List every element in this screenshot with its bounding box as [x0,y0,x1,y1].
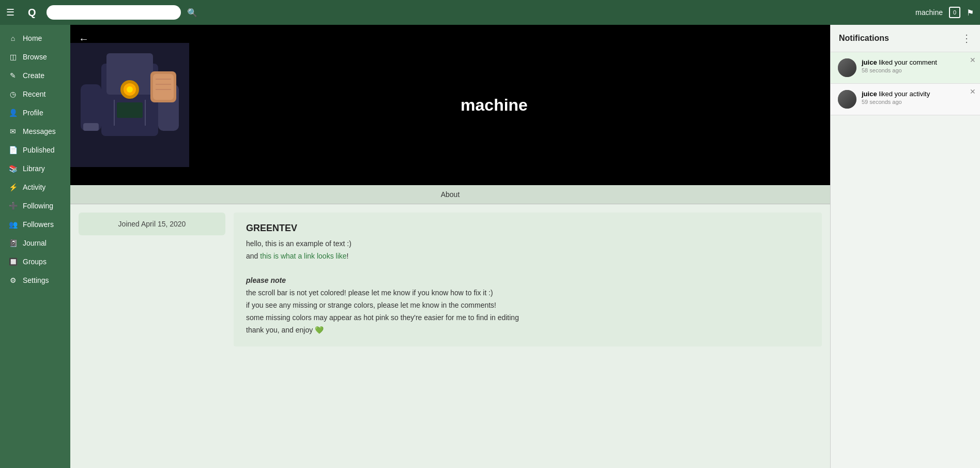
profile-right-panel: GREENTEV hello, this is an example of te… [234,213,822,346]
topbar: ☰ Q 🔍 machine 0 ⚑ [0,0,980,25]
sidebar-label-published: Published [23,146,55,154]
search-icon[interactable]: 🔍 [187,8,197,18]
back-button[interactable]: ← [79,33,89,45]
sidebar-item-browse[interactable]: ◫ Browse [0,48,70,66]
sidebar-label-library: Library [23,164,45,173]
bio-note3: some missing colors may appear as hot pi… [246,313,519,322]
notif-avatar-image-2 [838,90,856,109]
notif-action-text-2: liked your activity [879,90,930,98]
notif-close-2[interactable]: ✕ [970,88,976,95]
notif-avatar-image-1 [838,58,856,77]
notification-item-1: juice liked your comment 58 seconds ago … [831,52,980,84]
bio-note4: thank you, and enjoy 💚 [246,326,324,334]
sidebar-label-browse: Browse [23,53,47,61]
notif-text-2: juice liked your activity [862,90,973,98]
notifications-panel: Notifications ⋮ juice liked your comment… [830,25,980,468]
profile-icon: 👤 [8,109,18,117]
sidebar-item-published[interactable]: 📄 Published [0,141,70,159]
sidebar-item-groups[interactable]: 🔲 Groups [0,252,70,271]
sidebar-item-journal[interactable]: 📓 Journal [0,234,70,252]
library-icon: 📚 [8,164,18,173]
svg-rect-8 [83,123,99,131]
notifications-header: Notifications ⋮ [831,25,980,52]
bio-note2: if you see any missing or strange colors… [246,301,496,309]
profile-header: ← [70,25,830,185]
published-icon: 📄 [8,146,18,154]
notifications-badge[interactable]: 0 [949,7,960,18]
sidebar-item-create[interactable]: ✎ Create [0,66,70,85]
notif-content-1: juice liked your comment 58 seconds ago [862,58,973,73]
sidebar-item-home[interactable]: ⌂ Home [0,29,70,48]
profile-name: machine [189,96,830,115]
browse-icon: ◫ [8,53,18,61]
notifications-menu-button[interactable]: ⋮ [961,32,972,44]
svg-rect-11 [117,102,143,118]
messages-icon: ✉ [8,127,18,135]
sidebar-item-settings[interactable]: ⚙ Settings [0,271,70,290]
sidebar-label-messages: Messages [23,127,56,135]
topbar-right: machine 0 ⚑ [915,7,974,18]
following-icon: ➕ [8,202,18,210]
notif-avatar-1 [838,58,856,77]
about-tab[interactable]: About [70,185,830,204]
sidebar-label-recent: Recent [23,90,45,98]
sidebar-label-home: Home [23,34,42,42]
bio-note-label: please note [246,276,286,284]
sidebar-item-library[interactable]: 📚 Library [0,159,70,178]
notif-time-1: 58 seconds ago [862,67,973,73]
sidebar-label-profile: Profile [23,109,43,117]
notif-content-2: juice liked your activity 59 seconds ago [862,90,973,105]
profile-bio-box: GREENTEV hello, this is an example of te… [234,213,822,346]
joined-box: Joined April 15, 2020 [79,213,225,235]
notif-user-1: juice [862,58,877,66]
sidebar-label-journal: Journal [23,239,47,247]
profile-body: Joined April 15, 2020 GREENTEV hello, th… [70,204,830,355]
sidebar-item-activity[interactable]: ⚡ Activity [0,178,70,197]
bio-note1: the scroll bar is not yet colored! pleas… [246,289,493,297]
sidebar-item-following[interactable]: ➕ Following [0,197,70,215]
home-icon: ⌂ [8,34,18,42]
profile-left-panel: Joined April 15, 2020 [79,213,234,346]
notifications-title: Notifications [839,34,889,43]
flag-icon[interactable]: ⚑ [967,8,974,18]
search-input[interactable] [47,5,181,20]
groups-icon: 🔲 [8,258,18,266]
profile-avatar [70,43,189,167]
notification-item-2: juice liked your activity 59 seconds ago… [831,84,980,115]
bio-link[interactable]: this is what a link looks like [260,252,346,260]
bio-line1: hello, this is an example of text :) [246,239,351,248]
sidebar-label-groups: Groups [23,258,47,266]
main-content: ← [70,25,830,468]
create-icon: ✎ [8,71,18,80]
sidebar-label-settings: Settings [23,276,49,284]
activity-icon: ⚡ [8,183,18,191]
notif-action-text-1: liked your comment [879,58,937,66]
journal-icon: 📓 [8,239,18,247]
sidebar-item-profile[interactable]: 👤 Profile [0,103,70,122]
sidebar-item-messages[interactable]: ✉ Messages [0,122,70,141]
bio-line2-suffix: ! [347,252,349,260]
notif-close-1[interactable]: ✕ [970,56,976,64]
sidebar: ⌂ Home ◫ Browse ✎ Create ◷ Recent 👤 Prof… [0,25,70,468]
sidebar-label-following: Following [23,202,53,210]
settings-icon: ⚙ [8,276,18,284]
profile-bio: hello, this is an example of text :) and… [246,238,809,336]
sidebar-item-recent[interactable]: ◷ Recent [0,85,70,103]
hamburger-menu[interactable]: ☰ [6,7,22,18]
notif-user-2: juice [862,90,877,98]
sidebar-label-followers: Followers [23,220,54,229]
notif-text-1: juice liked your comment [862,58,973,66]
sidebar-item-followers[interactable]: 👥 Followers [0,215,70,234]
recent-icon: ◷ [8,90,18,98]
sidebar-label-create: Create [23,71,44,80]
svg-point-5 [127,86,133,93]
bio-line2-prefix: and [246,252,260,260]
site-logo: Q [28,7,36,19]
svg-rect-13 [153,74,174,100]
followers-icon: 👥 [8,220,18,229]
profile-handle: GREENTEV [246,223,809,234]
notif-avatar-2 [838,90,856,109]
notif-time-2: 59 seconds ago [862,99,973,105]
username-label: machine [915,8,943,17]
sidebar-label-activity: Activity [23,183,45,191]
